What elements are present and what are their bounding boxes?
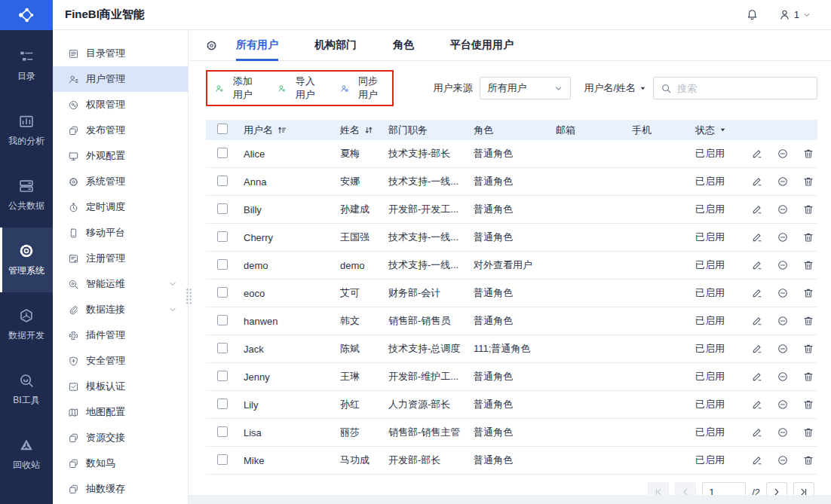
disable-button[interactable] bbox=[777, 343, 789, 355]
disable-button[interactable] bbox=[777, 203, 789, 215]
disable-button[interactable] bbox=[777, 315, 789, 327]
edit-button[interactable] bbox=[751, 399, 763, 411]
rail-item-my-analysis[interactable]: 我的分析 bbox=[0, 98, 53, 163]
disable-button[interactable] bbox=[777, 454, 789, 466]
row-checkbox[interactable] bbox=[217, 426, 228, 437]
row-checkbox[interactable] bbox=[217, 315, 228, 325]
edit-button[interactable] bbox=[751, 203, 763, 215]
edit-button[interactable] bbox=[751, 176, 763, 188]
user-menu[interactable]: 1 bbox=[778, 8, 811, 21]
sidebar-item-extract-cache[interactable]: 抽数缓存 bbox=[53, 476, 188, 502]
sidebar-item-schedule[interactable]: 定时调度 bbox=[53, 194, 188, 220]
delete-button[interactable] bbox=[802, 231, 814, 243]
data-connection-icon bbox=[68, 304, 79, 316]
sidebar-item-catalog-mgmt[interactable]: 目录管理 bbox=[53, 41, 188, 66]
sidebar-item-map-config[interactable]: 地图配置 bbox=[53, 399, 188, 425]
sidebar-item-shuzhiniao[interactable]: 数知鸟 bbox=[53, 451, 188, 476]
edit-button[interactable] bbox=[751, 454, 763, 466]
sidebar-item-appearance-config[interactable]: 外观配置 bbox=[53, 143, 188, 169]
tab-settings-button[interactable] bbox=[205, 39, 218, 52]
rail-item-admin-system[interactable]: 管理系统 bbox=[0, 228, 53, 292]
sidebar-item-register-mgmt[interactable]: 注册管理 bbox=[53, 246, 188, 271]
select-all-checkbox[interactable] bbox=[217, 124, 228, 134]
delete-button[interactable] bbox=[802, 454, 814, 466]
delete-button[interactable] bbox=[802, 426, 814, 438]
sidebar-item-perm-mgmt[interactable]: 权限管理 bbox=[53, 92, 188, 118]
disable-button[interactable] bbox=[777, 231, 789, 243]
tab-all-users[interactable]: 所有用户 bbox=[236, 30, 278, 61]
disable-button[interactable] bbox=[777, 426, 789, 438]
search-field-label: 用户名/姓名 bbox=[584, 81, 636, 95]
disable-button[interactable] bbox=[777, 148, 789, 160]
notifications-button[interactable] bbox=[746, 8, 759, 21]
tab-platform-users[interactable]: 平台使用用户 bbox=[450, 30, 514, 61]
edit-button[interactable] bbox=[751, 148, 763, 160]
row-actions bbox=[737, 426, 817, 438]
edit-button[interactable] bbox=[751, 259, 763, 271]
sidebar-item-security-mgmt[interactable]: 安全管理 bbox=[53, 348, 188, 374]
sidebar-item-publish-mgmt[interactable]: 发布管理 bbox=[53, 118, 188, 143]
edit-button[interactable] bbox=[751, 315, 763, 327]
sidebar-item-intelligent-ops[interactable]: 智能运维 bbox=[53, 271, 188, 297]
delete-button[interactable] bbox=[802, 176, 814, 188]
rail-item-bi-tools[interactable]: BI工具 bbox=[0, 357, 53, 422]
disable-button[interactable] bbox=[777, 176, 789, 188]
disable-button[interactable] bbox=[777, 259, 789, 271]
row-checkbox[interactable] bbox=[217, 231, 228, 242]
app-logo[interactable] bbox=[0, 0, 53, 30]
sidebar-resize-handle[interactable] bbox=[186, 288, 192, 304]
delete-button[interactable] bbox=[802, 287, 814, 299]
row-checkbox[interactable] bbox=[217, 148, 228, 158]
column-header-name[interactable]: 姓名 bbox=[334, 124, 382, 137]
edit-button[interactable] bbox=[751, 231, 763, 243]
add-user-button[interactable]: 添加用户 bbox=[215, 75, 256, 102]
sidebar-item-data-connection[interactable]: 数据连接 bbox=[53, 297, 188, 322]
import-user-button[interactable]: 导入用户 bbox=[278, 75, 319, 102]
user-source-select[interactable]: 所有用户 bbox=[480, 77, 571, 99]
row-name: 孙建成 bbox=[334, 203, 382, 216]
delete-button[interactable] bbox=[802, 148, 814, 160]
sidebar-item-user-mgmt[interactable]: 用户管理 bbox=[53, 66, 188, 92]
rail-item-data-dev[interactable]: 数据开发 bbox=[0, 292, 53, 357]
delete-icon bbox=[802, 259, 814, 271]
column-header-status[interactable]: 状态 bbox=[689, 124, 737, 137]
row-checkbox[interactable] bbox=[217, 203, 228, 214]
edit-button[interactable] bbox=[751, 371, 763, 383]
disable-button[interactable] bbox=[777, 371, 789, 383]
sidebar-item-label: 模板认证 bbox=[86, 380, 125, 393]
tab-org-dept[interactable]: 机构部门 bbox=[314, 30, 357, 61]
row-checkbox[interactable] bbox=[217, 176, 228, 186]
delete-button[interactable] bbox=[802, 203, 814, 215]
sync-user-button[interactable]: 同步用户 bbox=[340, 75, 382, 102]
row-checkbox[interactable] bbox=[217, 399, 228, 409]
edit-button[interactable] bbox=[751, 426, 763, 438]
search-input[interactable] bbox=[677, 83, 810, 94]
sidebar-item-plugin-mgmt[interactable]: 插件管理 bbox=[53, 322, 188, 348]
delete-button[interactable] bbox=[802, 399, 814, 411]
delete-button[interactable] bbox=[802, 343, 814, 355]
disable-button[interactable] bbox=[777, 287, 789, 299]
sidebar-item-system-mgmt[interactable]: 系统管理 bbox=[53, 169, 188, 194]
column-header-username[interactable]: 用户名 bbox=[238, 124, 334, 137]
search-field-selector[interactable]: 用户名/姓名 bbox=[584, 81, 647, 95]
delete-icon bbox=[802, 176, 814, 188]
row-checkbox[interactable] bbox=[217, 343, 228, 353]
app-title: FineBI商业智能 bbox=[65, 8, 145, 22]
delete-button[interactable] bbox=[802, 259, 814, 271]
rail-item-recycle-bin[interactable]: 回收站 bbox=[0, 422, 53, 487]
rail-item-public-data[interactable]: 公共数据 bbox=[0, 163, 53, 228]
delete-button[interactable] bbox=[802, 315, 814, 327]
sidebar-item-resource-handover[interactable]: 资源交接 bbox=[53, 425, 188, 451]
rail-item-catalog[interactable]: 目录 bbox=[0, 33, 53, 98]
row-checkbox[interactable] bbox=[217, 259, 228, 270]
row-checkbox[interactable] bbox=[217, 454, 228, 465]
row-checkbox[interactable] bbox=[217, 371, 228, 381]
delete-button[interactable] bbox=[802, 371, 814, 383]
edit-button[interactable] bbox=[751, 287, 763, 299]
sidebar-item-mobile-platform[interactable]: 移动平台 bbox=[53, 220, 188, 246]
row-checkbox[interactable] bbox=[217, 287, 228, 298]
disable-button[interactable] bbox=[777, 399, 789, 411]
sidebar-item-template-cert[interactable]: 模板认证 bbox=[53, 374, 188, 399]
edit-button[interactable] bbox=[751, 343, 763, 355]
tab-roles[interactable]: 角色 bbox=[393, 30, 414, 61]
